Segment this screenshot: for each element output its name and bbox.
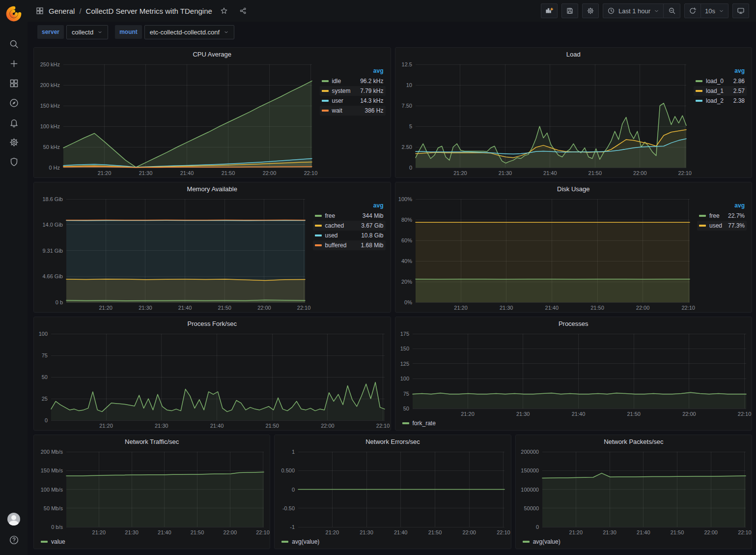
chart-svg[interactable]: 02.5057.501012.521:2021:3021:4021:5022:0… [395, 60, 692, 177]
svg-text:21:20: 21:20 [98, 170, 112, 176]
legend-item[interactable]: used10.8 Gib [313, 231, 386, 240]
panel-title[interactable]: Network Traffic/sec [34, 435, 270, 448]
variable-server-value[interactable]: collectd [66, 25, 108, 39]
panel-title[interactable]: Network Packets/sec [516, 435, 752, 448]
add-icon[interactable] [5, 57, 23, 70]
legend-avg-header[interactable]: avg [734, 202, 745, 209]
breadcrumb: General / CollectD Server Metrics with T… [35, 4, 251, 17]
panel-title[interactable]: Disk Usage [395, 182, 752, 195]
legend-item[interactable]: value [41, 538, 65, 545]
panel-load: Load 02.5057.501012.521:2021:3021:4021:5… [395, 47, 753, 178]
svg-text:50000: 50000 [524, 505, 539, 511]
dashboard-title[interactable]: CollectD Server Metrics with TDengine [86, 7, 212, 15]
svg-text:21:20: 21:20 [453, 170, 467, 176]
chart-svg[interactable]: 025507510021:2021:3021:4021:5022:0022:10 [34, 330, 391, 430]
search-icon[interactable] [5, 37, 23, 50]
panel-title[interactable]: Memory Available [34, 182, 391, 195]
legend-item[interactable]: avg(value) [281, 538, 319, 545]
legend-item[interactable]: fork_rate [402, 420, 436, 427]
star-icon[interactable] [217, 4, 231, 17]
legend-swatch [315, 244, 322, 246]
legend-item[interactable]: idle96.2 kHz [320, 76, 386, 86]
legend-item[interactable]: free22.7% [697, 211, 747, 221]
legend-item[interactable]: user14.3 kHz [320, 96, 386, 106]
svg-text:21:40: 21:40 [210, 423, 224, 429]
panel-title[interactable]: CPU Average [34, 48, 391, 60]
legend-swatch [696, 100, 702, 102]
chart-svg[interactable]: 05000010000015000020000021:2021:3021:402… [516, 448, 752, 537]
legend-right: avgfree22.7%used77.3% [695, 195, 752, 312]
legend-swatch [322, 100, 329, 102]
chart-plot[interactable]: 0 Hz50 kHz100 kHz150 kHz200 kHz250 kHz21… [34, 60, 318, 177]
chart-plot[interactable]: 0 b4.66 Gib9.31 Gib14.0 Gib18.6 Gib21:20… [34, 195, 311, 312]
legend-avg-header[interactable]: avg [734, 67, 745, 74]
svg-text:25: 25 [42, 396, 48, 402]
dashboards-icon[interactable] [5, 77, 23, 89]
breadcrumb-folder[interactable]: General [49, 7, 75, 15]
legend-avg-header[interactable]: avg [373, 202, 384, 209]
grafana-logo[interactable] [4, 4, 24, 24]
legend-series-value: 1.68 Mib [361, 242, 383, 249]
legend-item[interactable]: free344 Mib [313, 211, 386, 221]
svg-text:0 b/s: 0 b/s [51, 524, 63, 530]
legend-avg-header[interactable]: avg [373, 67, 384, 74]
legend-item[interactable]: system7.79 kHz [320, 86, 386, 96]
legend-item[interactable]: load_12.57 [694, 86, 747, 96]
legend-swatch [523, 541, 530, 543]
time-range-label: Last 1 hour [618, 7, 650, 15]
time-range-picker[interactable]: Last 1 hour [603, 3, 664, 18]
server-admin-shield-icon[interactable] [5, 155, 23, 168]
share-icon[interactable] [236, 4, 251, 17]
alerting-bell-icon[interactable] [5, 116, 23, 129]
save-dashboard-button[interactable] [561, 3, 578, 18]
refresh-button[interactable] [684, 3, 701, 18]
svg-text:-0.50: -0.50 [282, 505, 295, 511]
svg-text:150000: 150000 [521, 467, 539, 473]
chart-plot[interactable]: 05000010000015000020000021:2021:3021:402… [516, 448, 752, 537]
panel-title[interactable]: Load [395, 48, 752, 60]
chart-plot[interactable]: 02.5057.501012.521:2021:3021:4021:5022:0… [395, 60, 692, 177]
add-panel-button[interactable] [541, 3, 558, 18]
panel-title[interactable]: Processes [395, 317, 752, 330]
chart-svg[interactable]: 0 b/s50 Mb/s100 Mb/s150 Mb/s200 Mb/s21:2… [34, 448, 270, 537]
legend-item[interactable]: load_02.86 [694, 76, 747, 86]
configuration-gear-icon[interactable] [5, 136, 23, 148]
svg-text:21:20: 21:20 [99, 423, 113, 429]
chart-svg[interactable]: -1-0.5000.500121:2021:3021:4021:5022:002… [275, 448, 510, 537]
legend-item[interactable]: used77.3% [697, 221, 747, 231]
svg-text:22:10: 22:10 [256, 529, 270, 535]
legend-item[interactable]: avg(value) [523, 538, 560, 545]
chart-plot[interactable]: 025507510021:2021:3021:4021:5022:0022:10 [34, 330, 391, 430]
legend-item[interactable]: cached3.67 Gib [313, 221, 386, 231]
user-avatar[interactable] [7, 513, 20, 526]
panel-title[interactable]: Network Errors/sec [275, 435, 510, 448]
legend-item[interactable]: wait386 Hz [320, 106, 386, 116]
chart-svg[interactable]: 0 Hz50 kHz100 kHz150 kHz200 kHz250 kHz21… [34, 60, 318, 177]
chart-svg[interactable]: 507510012515017521:2021:3021:4021:5022:0… [395, 330, 752, 418]
dashboard-settings-button[interactable] [582, 3, 599, 18]
chart-plot[interactable]: 0 b/s50 Mb/s100 Mb/s150 Mb/s200 Mb/s21:2… [34, 448, 270, 537]
svg-text:22:10: 22:10 [497, 529, 510, 535]
chart-svg[interactable]: 0 b4.66 Gib9.31 Gib14.0 Gib18.6 Gib21:20… [34, 195, 311, 312]
chart-plot[interactable]: 0%20%40%60%80%100%21:2021:3021:4021:5022… [395, 195, 696, 312]
svg-text:21:40: 21:40 [178, 305, 192, 311]
chart-plot[interactable]: 507510012515017521:2021:3021:4021:5022:0… [395, 330, 752, 418]
cycle-view-mode-button[interactable] [732, 3, 749, 18]
svg-text:22:00: 22:00 [463, 529, 476, 535]
legend-swatch [696, 90, 702, 92]
panel-title[interactable]: Process Fork/sec [34, 317, 391, 330]
refresh-interval-dropdown[interactable]: 10s [701, 3, 728, 18]
explore-compass-icon[interactable] [5, 96, 23, 109]
legend-item[interactable]: load_22.38 [694, 96, 747, 106]
variable-mount-value[interactable]: etc-collectd-collectd.conf [144, 25, 234, 39]
zoom-out-button[interactable] [664, 3, 680, 18]
help-icon[interactable] [5, 533, 23, 546]
chart-plot[interactable]: -1-0.5000.500121:2021:3021:4021:5022:002… [275, 448, 510, 537]
svg-text:22:00: 22:00 [633, 170, 647, 176]
svg-text:10: 10 [406, 82, 412, 88]
legend-series-name: used [709, 222, 722, 229]
svg-text:0: 0 [292, 487, 295, 493]
legend-item[interactable]: buffered1.68 Mib [313, 240, 386, 250]
chart-svg[interactable]: 0%20%40%60%80%100%21:2021:3021:4021:5022… [395, 195, 696, 312]
legend-swatch [315, 215, 322, 217]
